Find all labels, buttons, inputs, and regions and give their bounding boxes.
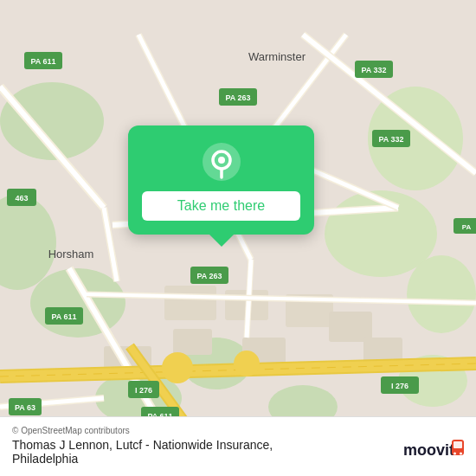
popup-card: Take me there bbox=[128, 125, 314, 235]
svg-text:463: 463 bbox=[15, 194, 28, 203]
svg-rect-17 bbox=[329, 312, 372, 342]
svg-text:moovit: moovit bbox=[403, 441, 454, 459]
svg-text:PA: PA bbox=[462, 223, 472, 231]
map-svg: PA 611 PA 332 PA 332 PA 263 PA 263 463 P… bbox=[0, 0, 476, 476]
svg-rect-11 bbox=[164, 286, 216, 320]
info-bar: © OpenStreetMap contributors Thomas J Le… bbox=[0, 416, 476, 476]
svg-point-40 bbox=[162, 352, 193, 383]
svg-text:PA 611: PA 611 bbox=[30, 57, 55, 66]
map-container: PA 611 PA 332 PA 332 PA 263 PA 263 463 P… bbox=[0, 0, 476, 476]
location-name: Thomas J Lennon, Lutcf - Nationwide Insu… bbox=[12, 438, 464, 466]
take-me-there-button[interactable]: Take me there bbox=[142, 191, 300, 221]
svg-text:I 276: I 276 bbox=[135, 386, 152, 395]
svg-text:PA 63: PA 63 bbox=[15, 403, 35, 412]
moovit-logo: moovit bbox=[403, 438, 464, 460]
svg-text:PA 332: PA 332 bbox=[378, 135, 403, 144]
svg-text:PA 332: PA 332 bbox=[361, 66, 386, 74]
location-pin-icon bbox=[201, 141, 242, 183]
svg-point-82 bbox=[460, 453, 462, 455]
svg-text:PA 611: PA 611 bbox=[51, 312, 76, 321]
copyright-text: © OpenStreetMap contributors bbox=[12, 426, 464, 435]
svg-rect-80 bbox=[453, 441, 462, 448]
svg-text:Warminster: Warminster bbox=[248, 50, 306, 63]
svg-text:PA 263: PA 263 bbox=[196, 272, 222, 280]
svg-rect-14 bbox=[173, 329, 212, 355]
svg-text:PA 263: PA 263 bbox=[225, 93, 250, 102]
svg-point-41 bbox=[234, 351, 260, 376]
svg-point-76 bbox=[218, 157, 225, 164]
moovit-brand-svg: moovit bbox=[403, 438, 464, 460]
svg-text:I 276: I 276 bbox=[391, 382, 408, 390]
svg-point-6 bbox=[407, 255, 476, 333]
svg-point-81 bbox=[453, 453, 456, 455]
svg-text:Horsham: Horsham bbox=[48, 248, 94, 261]
